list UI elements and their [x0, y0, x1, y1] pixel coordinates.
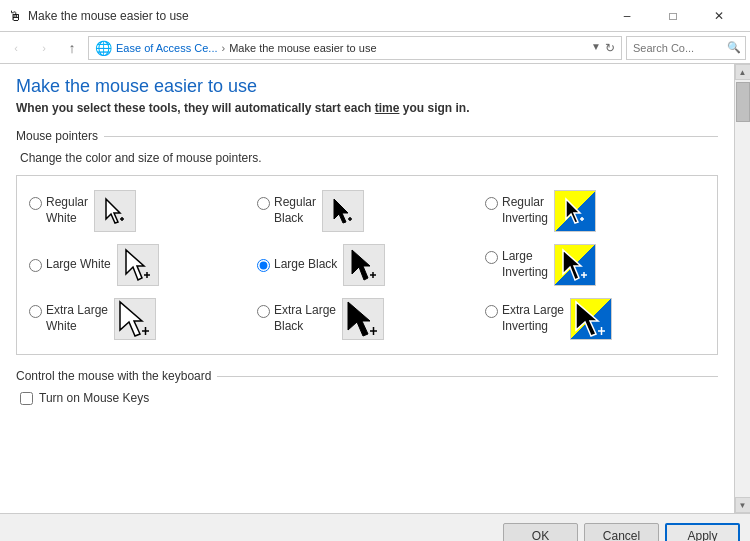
pointer-cell-regular-black: RegularBlack [253, 184, 481, 238]
radio-xl-black[interactable] [257, 305, 270, 318]
cursor-icon-large-black [350, 248, 378, 282]
label-large-white: Large White [46, 257, 111, 273]
radio-large-inverting[interactable] [485, 251, 498, 264]
search-input[interactable] [633, 42, 723, 54]
preview-xl-inverting [570, 298, 612, 340]
radio-regular-inverting[interactable] [485, 197, 498, 210]
section-divider [104, 136, 718, 137]
dropdown-icon[interactable]: ▼ [591, 41, 601, 55]
content-area: Make the mouse easier to use When you se… [0, 64, 734, 513]
main-container: Make the mouse easier to use When you se… [0, 64, 750, 513]
svg-marker-6 [566, 199, 580, 223]
mouse-pointers-title: Mouse pointers [16, 129, 104, 143]
label-xl-white: Extra LargeWhite [46, 303, 108, 334]
breadcrumb-part1[interactable]: Ease of Access Ce... [116, 42, 218, 54]
pointer-cell-large-inverting: LargeInverting [481, 238, 709, 292]
label-regular-white: RegularWhite [46, 195, 88, 226]
title-bar: 🖱 Make the mouse easier to use – □ ✕ [0, 0, 750, 32]
forward-button[interactable]: › [32, 36, 56, 60]
minimize-button[interactable]: – [604, 0, 650, 32]
title-bar-text: Make the mouse easier to use [28, 9, 598, 23]
search-box[interactable]: 🔍 [626, 36, 746, 60]
preview-xl-black [342, 298, 384, 340]
footer: OK Cancel Apply [0, 513, 750, 541]
pointer-cell-large-black: Large Black [253, 238, 481, 292]
pointer-grid-container: RegularWhite RegularBlack [16, 175, 718, 355]
mouse-pointers-desc: Change the color and size of mouse point… [16, 151, 718, 165]
cursor-icon-large-white [124, 248, 152, 282]
label-regular-black: RegularBlack [274, 195, 316, 226]
back-button[interactable]: ‹ [4, 36, 28, 60]
label-large-black: Large Black [274, 257, 337, 273]
mouse-keys-label[interactable]: Turn on Mouse Keys [16, 391, 718, 405]
scrollbar-down-button[interactable]: ▼ [735, 497, 751, 513]
cursor-icon-xl-black [346, 300, 380, 338]
cursor-icon-regular-black [332, 197, 354, 225]
label-regular-inverting: RegularInverting [502, 195, 548, 226]
keyboard-section-divider [217, 376, 718, 377]
close-button[interactable]: ✕ [696, 0, 742, 32]
radio-xl-inverting[interactable] [485, 305, 498, 318]
subtitle-end: you sign in. [399, 101, 469, 115]
label-large-inverting: LargeInverting [502, 249, 548, 280]
pointer-cell-xl-inverting: Extra LargeInverting [481, 292, 709, 346]
scrollbar-up-button[interactable]: ▲ [735, 64, 751, 80]
radio-label-xl-inverting[interactable]: Extra LargeInverting [485, 303, 564, 334]
pointer-cell-regular-inverting: RegularInverting [481, 184, 709, 238]
pointer-cell-regular-white: RegularWhite [25, 184, 253, 238]
up-button[interactable]: ↑ [60, 36, 84, 60]
radio-regular-black[interactable] [257, 197, 270, 210]
preview-regular-inverting [554, 190, 596, 232]
page-subtitle: When you select these tools, they will a… [16, 101, 718, 115]
label-xl-black: Extra LargeBlack [274, 303, 336, 334]
radio-xl-white[interactable] [29, 305, 42, 318]
cursor-icon-xl-inverting [574, 300, 608, 338]
keyboard-section-title: Control the mouse with the keyboard [16, 369, 217, 383]
svg-marker-18 [120, 302, 142, 336]
page-title: Make the mouse easier to use [16, 76, 718, 97]
svg-marker-9 [126, 250, 144, 280]
maximize-button[interactable]: □ [650, 0, 696, 32]
apply-button[interactable]: Apply [665, 523, 740, 542]
mouse-keys-text: Turn on Mouse Keys [39, 391, 149, 405]
cursor-icon-regular-white [104, 197, 126, 225]
preview-regular-white [94, 190, 136, 232]
preview-xl-white [114, 298, 156, 340]
title-bar-controls: – □ ✕ [604, 0, 742, 32]
radio-large-white[interactable] [29, 259, 42, 272]
breadcrumb-arrow: › [222, 42, 226, 54]
radio-label-regular-black[interactable]: RegularBlack [257, 195, 316, 226]
pointer-grid: RegularWhite RegularBlack [25, 184, 709, 346]
cursor-icon-xl-white [118, 300, 152, 338]
svg-marker-15 [563, 250, 581, 280]
radio-label-large-black[interactable]: Large Black [257, 257, 337, 273]
address-bar: ‹ › ↑ 🌐 Ease of Access Ce... › Make the … [0, 32, 750, 64]
radio-label-large-white[interactable]: Large White [29, 257, 111, 273]
radio-label-xl-black[interactable]: Extra LargeBlack [257, 303, 336, 334]
svg-marker-3 [334, 199, 348, 223]
ok-button[interactable]: OK [503, 523, 578, 542]
mouse-pointers-section-header: Mouse pointers [16, 129, 718, 143]
label-xl-inverting: Extra LargeInverting [502, 303, 564, 334]
cancel-button[interactable]: Cancel [584, 523, 659, 542]
radio-label-large-inverting[interactable]: LargeInverting [485, 249, 548, 280]
scrollbar[interactable]: ▲ ▼ [734, 64, 750, 513]
cursor-icon-large-inverting [561, 248, 589, 282]
keyboard-section-header: Control the mouse with the keyboard [16, 369, 718, 383]
mouse-keys-checkbox[interactable] [20, 392, 33, 405]
scrollbar-thumb[interactable] [736, 82, 750, 122]
pointer-cell-large-white: Large White [25, 238, 253, 292]
radio-label-regular-inverting[interactable]: RegularInverting [485, 195, 548, 226]
keyboard-section: Control the mouse with the keyboard Turn… [16, 369, 718, 405]
preview-large-white [117, 244, 159, 286]
refresh-icon[interactable]: ↻ [605, 41, 615, 55]
preview-large-black [343, 244, 385, 286]
radio-regular-white[interactable] [29, 197, 42, 210]
radio-large-black[interactable] [257, 259, 270, 272]
preview-regular-black [322, 190, 364, 232]
radio-label-xl-white[interactable]: Extra LargeWhite [29, 303, 108, 334]
subtitle-bold: time [375, 101, 400, 115]
radio-label-regular-white[interactable]: RegularWhite [29, 195, 88, 226]
svg-marker-12 [352, 250, 370, 280]
address-field[interactable]: 🌐 Ease of Access Ce... › Make the mouse … [88, 36, 622, 60]
